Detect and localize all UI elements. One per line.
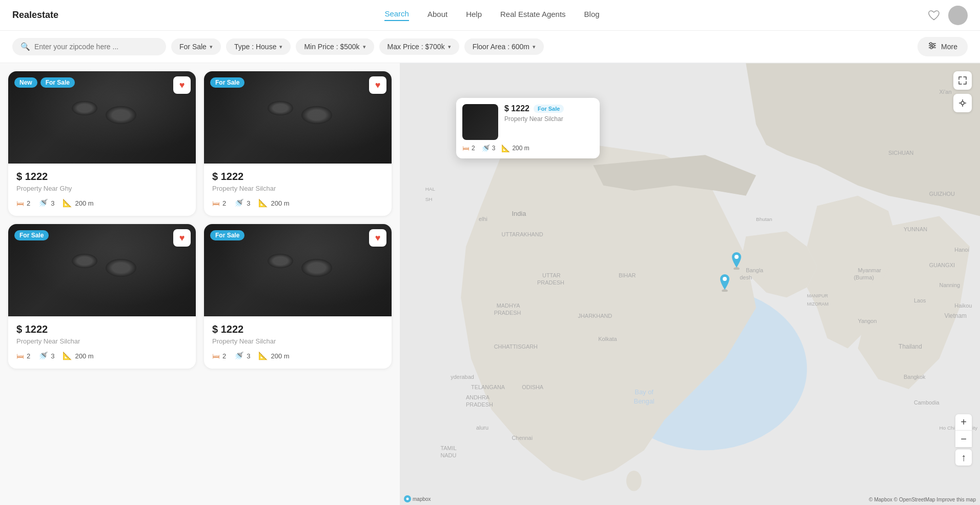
min-price-filter[interactable]: Min Price : $500k ▾ <box>296 38 374 55</box>
card-location: Property Near Ghy <box>16 185 188 192</box>
for-sale-label: For Sale <box>179 43 207 51</box>
max-price-filter[interactable]: Max Price : $700k ▾ <box>379 38 459 55</box>
card-location: Property Near Silchar <box>212 337 383 345</box>
baths-stat: 🚿 3 <box>38 351 54 360</box>
more-filters-button[interactable]: More <box>917 37 968 56</box>
favorite-button[interactable]: ♥ <box>369 229 386 247</box>
compass-button[interactable]: ↑ <box>955 449 972 466</box>
badge-wrap: For Sale <box>210 230 244 240</box>
popup-stats: 🛏 2 🚿 3 📐 200 m <box>462 144 594 152</box>
card-image-wrap: For Sale ♥ <box>8 224 196 316</box>
svg-text:PRADESH: PRADESH <box>537 279 564 286</box>
svg-text:Hanoi: Hanoi <box>954 247 969 253</box>
user-avatar[interactable] <box>948 6 968 25</box>
card-body: $ 1222 Property Near Silchar 🛏 2 🚿 3 📐 2… <box>8 316 196 369</box>
property-card[interactable]: NewFor Sale ♥ $ 1222 Property Near Ghy 🛏… <box>8 71 196 216</box>
svg-text:(Burma): (Burma) <box>854 274 874 280</box>
card-stats: 🛏 2 🚿 3 📐 200 m <box>212 351 383 360</box>
svg-text:Bangkok: Bangkok <box>904 374 926 380</box>
mapbox-logo: mapbox <box>404 495 431 502</box>
locate-me-button[interactable] <box>953 94 972 112</box>
map-panel[interactable]: UTTAR PRADESH UTTARAKHAND elhi MADHYA PR… <box>400 63 980 505</box>
heart-icon: ♥ <box>179 80 185 91</box>
for-sale-filter[interactable]: For Sale ▾ <box>171 38 221 55</box>
svg-text:desh: desh <box>740 274 752 280</box>
search-icon: 🔍 <box>21 42 30 51</box>
favorite-button[interactable]: ♥ <box>173 229 191 247</box>
area-icon: 📐 <box>258 351 268 360</box>
beds-count: 2 <box>222 199 226 207</box>
svg-text:Nanning: Nanning <box>940 282 961 288</box>
svg-text:India: India <box>512 210 526 217</box>
card-stats: 🛏 2 🚿 3 📐 200 m <box>16 351 188 360</box>
property-card[interactable]: For Sale ♥ $ 1222 Property Near Silchar … <box>204 71 392 216</box>
property-card[interactable]: For Sale ♥ $ 1222 Property Near Silchar … <box>204 224 392 369</box>
zipcode-input[interactable] <box>34 43 158 51</box>
svg-text:Xi'an: Xi'an <box>940 89 952 95</box>
map-popup: $ 1222 For Sale Property Near Silchar 🛏 … <box>456 98 600 158</box>
svg-text:elhi: elhi <box>479 216 487 222</box>
heart-icon: ♥ <box>179 233 185 244</box>
svg-text:Laos: Laos <box>914 297 926 304</box>
svg-text:UTTARAKHAND: UTTARAKHAND <box>502 231 543 237</box>
wishlist-icon[interactable] <box>926 7 942 24</box>
popup-baths: 🚿 3 <box>481 144 496 152</box>
map-pin-2[interactable] <box>729 251 744 272</box>
svg-text:Cambodia: Cambodia <box>914 399 940 406</box>
bath-icon: 🚿 <box>234 198 244 208</box>
card-price: $ 1222 <box>16 324 188 335</box>
popup-top: $ 1222 For Sale Property Near Silchar <box>462 104 594 140</box>
zoom-out-button[interactable]: − <box>955 431 972 447</box>
svg-text:ANDHRA: ANDHRA <box>466 394 490 400</box>
nav-agents[interactable]: Real Estate Agents <box>500 10 566 21</box>
type-filter[interactable]: Type : House ▾ <box>226 38 291 55</box>
popup-property-image <box>462 104 498 140</box>
popup-description: Property Near Silchar <box>504 115 594 123</box>
beds-count: 2 <box>27 199 30 207</box>
zipcode-search-wrap[interactable]: 🔍 <box>12 38 166 55</box>
svg-point-4 <box>932 45 934 47</box>
popup-bed-icon: 🛏 <box>462 144 469 152</box>
beds-count: 2 <box>27 352 30 360</box>
svg-text:ODISHA: ODISHA <box>522 384 544 390</box>
heart-icon: ♥ <box>375 80 381 91</box>
popup-info: $ 1222 For Sale Property Near Silchar <box>504 104 594 123</box>
svg-text:CHHATTISGARH: CHHATTISGARH <box>494 344 538 350</box>
favorite-button[interactable]: ♥ <box>173 76 191 94</box>
nav-help[interactable]: Help <box>466 10 482 21</box>
max-price-chevron: ▾ <box>448 44 451 50</box>
badge-new: New <box>14 77 37 88</box>
card-image-wrap: For Sale ♥ <box>204 71 392 164</box>
beds-count: 2 <box>222 352 226 360</box>
expand-map-button[interactable] <box>953 71 972 90</box>
map-attribution: © Mapbox © OpenStreetMap Improve this ma… <box>869 497 976 502</box>
svg-text:SICHUAN: SICHUAN <box>888 150 913 156</box>
svg-text:Thailand: Thailand <box>899 343 922 350</box>
beds-stat: 🛏 2 <box>16 199 30 208</box>
floor-area-filter[interactable]: Floor Area : 600m ▾ <box>464 38 544 55</box>
badge-wrap: NewFor Sale <box>14 77 75 88</box>
card-image-wrap: NewFor Sale ♥ <box>8 71 196 164</box>
zoom-in-button[interactable]: + <box>955 414 972 431</box>
area-icon: 📐 <box>63 351 72 360</box>
type-label: Type : House <box>234 43 277 51</box>
card-stats: 🛏 2 🚿 3 📐 200 m <box>16 198 188 208</box>
baths-stat: 🚿 3 <box>38 198 54 208</box>
more-sliders-icon <box>928 41 937 52</box>
brand-logo: Realestate <box>12 10 58 21</box>
svg-text:Chennai: Chennai <box>512 435 533 441</box>
svg-text:PRADESH: PRADESH <box>494 310 521 316</box>
area-icon: 📐 <box>258 198 268 208</box>
popup-price: $ 1222 <box>504 104 529 113</box>
nav-about[interactable]: About <box>427 10 447 21</box>
favorite-button[interactable]: ♥ <box>369 76 386 94</box>
map-pin-1[interactable] <box>718 273 732 294</box>
nav-search[interactable]: Search <box>384 9 409 21</box>
baths-stat: 🚿 3 <box>234 351 250 360</box>
property-card[interactable]: For Sale ♥ $ 1222 Property Near Silchar … <box>8 224 196 369</box>
badge-for sale: For Sale <box>210 77 244 88</box>
svg-text:TAMIL: TAMIL <box>440 445 456 451</box>
navbar-icons <box>926 6 968 25</box>
nav-blog[interactable]: Blog <box>584 10 600 21</box>
navbar: Realestate Search About Help Real Estate… <box>0 0 980 31</box>
